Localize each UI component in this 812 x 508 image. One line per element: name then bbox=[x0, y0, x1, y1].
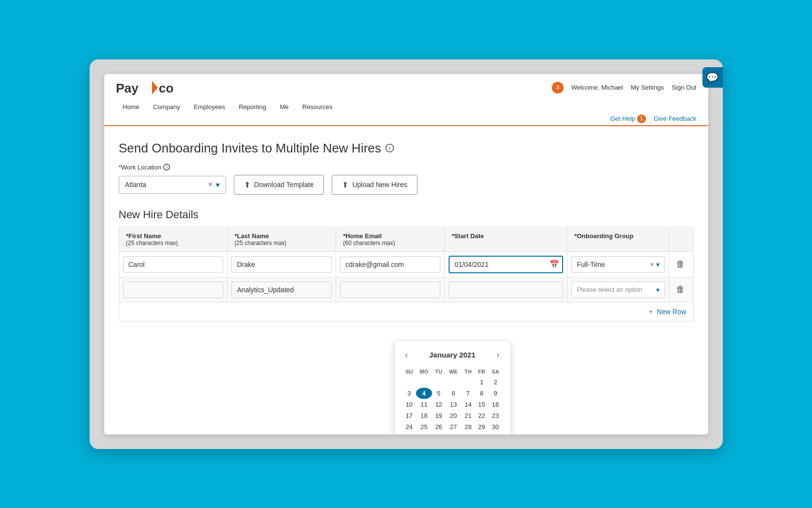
nav-me[interactable]: Me bbox=[273, 100, 296, 113]
cell-delete-2: 🗑 bbox=[669, 277, 693, 302]
header-sd-label: *Start Date bbox=[452, 232, 560, 240]
calendar-day[interactable]: 23 bbox=[489, 410, 503, 421]
calendar-day[interactable]: 12 bbox=[432, 399, 446, 410]
upload-new-hires-button[interactable]: ⬆ Upload New Hires bbox=[332, 175, 417, 195]
calendar-day[interactable]: 24 bbox=[402, 421, 416, 433]
user-avatar: 3 bbox=[552, 82, 564, 94]
calendar-header: ‹ January 2021 › bbox=[402, 349, 503, 361]
clear-location-icon[interactable]: × bbox=[208, 180, 212, 189]
header-email: *Home Email (60 characters max) bbox=[336, 227, 445, 251]
calendar-next-button[interactable]: › bbox=[493, 349, 502, 361]
my-settings-link[interactable]: My Settings bbox=[631, 84, 664, 91]
get-help-button[interactable]: Get Help 1 bbox=[610, 114, 646, 123]
header-actions bbox=[669, 227, 693, 251]
onboarding-value-1: Full-Time bbox=[577, 261, 605, 268]
calendar-day[interactable]: 3 bbox=[402, 388, 416, 399]
nav-reporting[interactable]: Reporting bbox=[232, 100, 273, 113]
calendar-day[interactable]: 17 bbox=[402, 410, 416, 421]
calendar-day[interactable]: 27 bbox=[446, 421, 461, 433]
download-cloud-icon: ⬆ bbox=[244, 180, 250, 189]
select-icons: × ▾ bbox=[208, 180, 219, 189]
calendar-prev-button[interactable]: ‹ bbox=[402, 349, 411, 361]
logo-svg: Pay cor bbox=[116, 79, 174, 96]
calendar-week: 12 bbox=[402, 376, 503, 388]
calendar-day[interactable]: 29 bbox=[475, 421, 489, 433]
nav-company[interactable]: Company bbox=[146, 100, 187, 113]
calendar-day[interactable]: 13 bbox=[446, 399, 461, 410]
nav-resources[interactable]: Resources bbox=[296, 100, 340, 113]
work-location-label: *Work Location i bbox=[119, 164, 694, 171]
nav-home[interactable]: Home bbox=[116, 100, 147, 113]
start-date-input-2[interactable] bbox=[449, 282, 563, 298]
work-location-info-icon[interactable]: i bbox=[163, 164, 170, 170]
top-nav: Pay cor 3 Welcome, Michael My Settings S… bbox=[104, 74, 708, 126]
cell-first-name-1 bbox=[119, 251, 227, 277]
calendar-day[interactable]: 6 bbox=[446, 388, 461, 399]
calendar-day[interactable]: 4 bbox=[416, 388, 432, 399]
calendar-day[interactable]: 19 bbox=[432, 410, 446, 421]
calendar-day bbox=[446, 433, 461, 434]
new-row-button[interactable]: ＋ New Row bbox=[647, 307, 686, 316]
calendar-day[interactable]: 8 bbox=[475, 388, 489, 399]
cal-header-fr: FR bbox=[475, 367, 489, 376]
calendar-day[interactable]: 9 bbox=[489, 388, 503, 399]
new-row-row: ＋ New Row bbox=[119, 302, 693, 321]
chevron-down-icon[interactable]: ▾ bbox=[216, 180, 220, 189]
onboarding-chevron-down-2[interactable]: ▾ bbox=[656, 286, 660, 294]
calendar-day[interactable]: 11 bbox=[416, 399, 432, 410]
first-name-input-2[interactable] bbox=[123, 282, 224, 298]
paycor-logo: Pay cor bbox=[116, 79, 174, 96]
calendar-day[interactable]: 5 bbox=[432, 388, 446, 399]
work-location-select[interactable]: Atlanta × ▾ bbox=[119, 176, 226, 194]
email-input-1[interactable] bbox=[340, 256, 440, 273]
calendar-day[interactable]: 26 bbox=[432, 421, 446, 433]
calendar-day[interactable]: 25 bbox=[416, 421, 432, 433]
calendar-day[interactable]: 14 bbox=[461, 399, 475, 410]
delete-row-button-1[interactable]: 🗑 bbox=[673, 256, 688, 272]
info-icon[interactable]: i bbox=[385, 144, 394, 152]
trash-icon-2: 🗑 bbox=[676, 284, 685, 295]
calendar-day[interactable]: 15 bbox=[475, 399, 489, 410]
cal-header-tu: TU bbox=[432, 367, 446, 376]
chat-button[interactable]: 💬 bbox=[702, 67, 723, 88]
calendar-week: 10111213141516 bbox=[402, 399, 503, 410]
calendar-day[interactable]: 10 bbox=[402, 399, 416, 410]
calendar-days-header: SU MO TU WE TH FR SA bbox=[402, 367, 503, 376]
calendar-day[interactable]: 31 bbox=[402, 433, 416, 434]
nav-employees[interactable]: Employees bbox=[187, 100, 232, 113]
help-badge: 1 bbox=[637, 114, 646, 123]
calendar-day bbox=[432, 433, 446, 434]
first-name-input-1[interactable] bbox=[123, 256, 224, 273]
calendar-day[interactable]: 20 bbox=[446, 410, 461, 421]
header-email-label: *Home Email bbox=[343, 232, 437, 240]
last-name-input-2[interactable] bbox=[231, 282, 332, 298]
calendar-day[interactable]: 22 bbox=[475, 410, 489, 421]
clear-onboarding-icon-1[interactable]: × bbox=[650, 261, 654, 268]
delete-row-button-2[interactable]: 🗑 bbox=[673, 282, 688, 298]
calendar-day[interactable]: 16 bbox=[489, 399, 503, 410]
calendar-day[interactable]: 21 bbox=[461, 410, 475, 421]
start-date-input-1[interactable] bbox=[449, 256, 563, 273]
calendar-day[interactable]: 1 bbox=[475, 376, 489, 388]
browser-window: Pay cor 3 Welcome, Michael My Settings S… bbox=[104, 74, 708, 434]
calendar-day[interactable]: 2 bbox=[489, 376, 503, 388]
cell-onboarding-2: Please select an option ▾ bbox=[567, 277, 669, 302]
table-row: 📅 Full-Time × ▾ bbox=[119, 251, 693, 277]
email-input-2[interactable] bbox=[340, 282, 440, 298]
last-name-input-1[interactable] bbox=[231, 256, 332, 273]
cell-onboarding-1: Full-Time × ▾ bbox=[567, 251, 669, 277]
download-template-button[interactable]: ⬆ Download Template bbox=[234, 175, 324, 195]
give-feedback-button[interactable]: Give Feedback bbox=[654, 115, 696, 122]
onboarding-please-select-2[interactable]: Please select an option ▾ bbox=[571, 282, 664, 298]
calendar-icon-1[interactable]: 📅 bbox=[549, 260, 559, 269]
trash-icon-1: 🗑 bbox=[676, 259, 685, 269]
onboarding-chevron-down-1[interactable]: ▾ bbox=[656, 261, 660, 268]
welcome-text: Welcome, Michael bbox=[571, 84, 623, 91]
sign-out-link[interactable]: Sign Out bbox=[672, 84, 697, 91]
cell-start-date-2 bbox=[445, 277, 567, 302]
calendar-day[interactable]: 28 bbox=[461, 421, 475, 433]
onboarding-select-1[interactable]: Full-Time × ▾ bbox=[571, 256, 664, 273]
calendar-day[interactable]: 18 bbox=[416, 410, 432, 421]
calendar-day[interactable]: 30 bbox=[489, 421, 503, 433]
calendar-day[interactable]: 7 bbox=[461, 388, 475, 399]
